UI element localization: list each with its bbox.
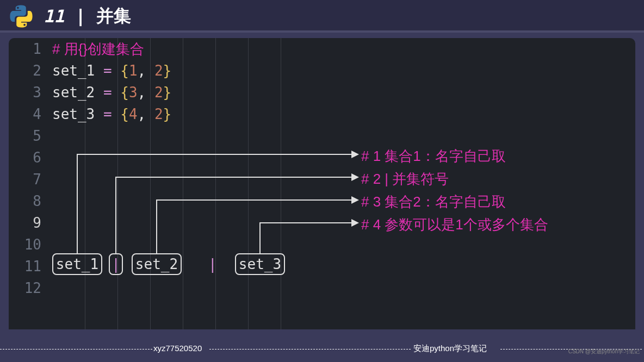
- pipe-token-1: |: [109, 253, 123, 275]
- line-number: 1: [9, 38, 41, 60]
- line-number: 2: [9, 60, 41, 82]
- line-number: 4: [9, 103, 41, 125]
- annotation-4: # 4 参数可以是1个或多个集合: [361, 217, 548, 232]
- set2-token: set_2: [132, 253, 182, 275]
- footer: xyz77520520 安迪python学习笔记 CSDN @安迪python学…: [0, 344, 644, 357]
- set1-token: set_1: [52, 253, 102, 275]
- annotation-2: # 2 | 并集符号: [361, 172, 449, 186]
- slide-header: 11 | 并集: [0, 0, 644, 33]
- code-area: # 用{}创建集合 set_1 = {1, 2} set_2 = {3, 2} …: [52, 38, 635, 329]
- arrowhead-icon: [351, 173, 359, 181]
- line-number: 12: [9, 277, 41, 299]
- line-number: 8: [9, 190, 41, 212]
- slide-number: 11: [44, 6, 65, 27]
- line-number: 7: [9, 168, 41, 190]
- slide-title: | 并集: [76, 4, 132, 28]
- watermark: CSDN @安迪python学习笔记: [568, 348, 640, 355]
- footer-left-label: xyz77520520: [153, 344, 202, 353]
- arrowhead-icon: [351, 151, 359, 158]
- python-logo-icon: [10, 5, 33, 28]
- arrowhead-icon: [351, 219, 359, 227]
- arrowhead-icon: [351, 196, 359, 204]
- set3-token: set_3: [235, 253, 285, 275]
- line-number: 3: [9, 82, 41, 103]
- code-line-3: set_2 = {3, 2}: [52, 82, 635, 103]
- footer-right-label: 安迪python学习笔记: [413, 344, 487, 354]
- line-number-gutter: 1 2 3 4 5 6 7 8 9 10 11 12: [9, 38, 48, 329]
- annotation-3: # 3 集合2：名字自己取: [361, 195, 506, 209]
- line-number: 11: [9, 255, 41, 277]
- pipe-token-2: |: [208, 253, 217, 275]
- annotation-1: # 1 集合1：名字自己取: [361, 149, 506, 163]
- line-number: 5: [9, 125, 41, 147]
- line-number: 10: [9, 234, 41, 255]
- code-line-2: set_1 = {1, 2}: [52, 60, 635, 82]
- code-line-1: # 用{}创建集合: [52, 38, 635, 60]
- line-number: 6: [9, 147, 41, 168]
- code-line-4: set_3 = {4, 2}: [52, 103, 635, 125]
- line-number: 9: [9, 212, 41, 234]
- code-panel: 1 2 3 4 5 6 7 8 9 10 11 12 # 用{}创建集合 set…: [9, 38, 635, 329]
